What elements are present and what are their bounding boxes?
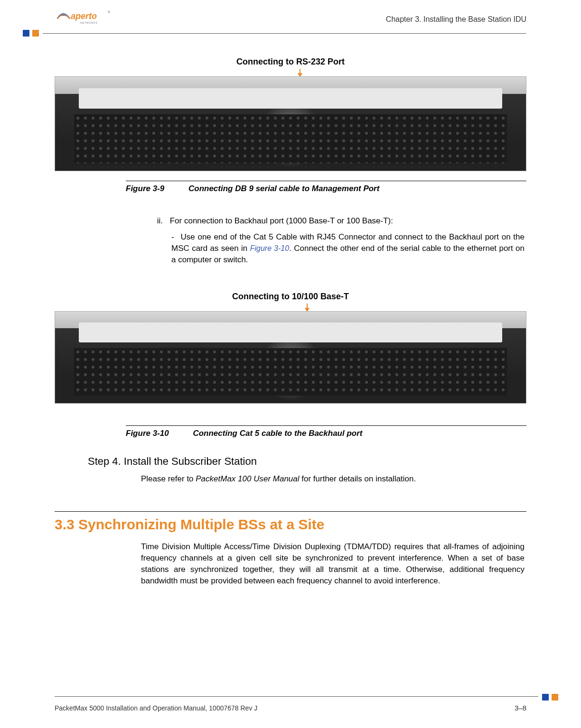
figure2-arrow: [55, 304, 526, 311]
step4-title: Step 4. Install the Subscriber Station: [88, 455, 526, 468]
figure2-caption: Figure 3-10 Connecting Cat 5 cable to th…: [126, 425, 526, 438]
footer-accent-squares: [542, 694, 558, 700]
header-accent-squares: [23, 30, 39, 37]
logo: aperto NETWORKS ®: [55, 9, 116, 26]
step-ii-dash-item: - Use one end of the Cat 5 Cable with RJ…: [171, 231, 526, 266]
step-ii: ii. For connection to Backhaul port (100…: [150, 215, 526, 266]
step-ii-roman: ii.: [150, 215, 163, 227]
figure2-label: Figure 3-10: [126, 429, 169, 438]
figure1-arrow: [55, 69, 526, 76]
section-rule: [55, 511, 526, 512]
figure-ref-link[interactable]: Figure 3-10: [250, 244, 289, 252]
figure1-label: Figure 3-9: [126, 184, 164, 193]
step-ii-lead: For connection to Backhaul port (1000 Ba…: [170, 216, 393, 225]
footer-page-number: 3–8: [515, 704, 526, 712]
figure2-title: Connecting Cat 5 cable to the Backhaul p…: [193, 429, 362, 438]
figure1-title: Connecting DB 9 serial cable to Manageme…: [188, 184, 379, 193]
figure2-photo: [55, 311, 526, 404]
logo-subtext: NETWORKS: [80, 21, 98, 24]
logo-text: aperto: [71, 11, 97, 21]
header-rule: [43, 33, 526, 34]
step4-body: Please refer to PacketMax 100 User Manua…: [141, 474, 526, 484]
figure1-callout: Connecting to RS-232 Port: [55, 57, 526, 67]
figure1-photo: [55, 76, 526, 171]
footer-left: PacketMax 5000 Installation and Operatio…: [55, 704, 257, 712]
step4: Step 4. Install the Subscriber Station P…: [88, 455, 526, 484]
chapter-header: Chapter 3. Installing the Base Station I…: [386, 15, 526, 24]
section-3-3-title: 3.3 Synchronizing Multiple BSs at a Site: [55, 516, 526, 533]
figure1-caption: Figure 3-9 Connecting DB 9 serial cable …: [126, 181, 526, 194]
figure2-callout: Connecting to 10/100 Base-T: [55, 292, 526, 302]
footer-rule: [55, 696, 538, 697]
section-3-3-body: Time Division Multiple Access/Time Divis…: [141, 541, 526, 587]
svg-text:®: ®: [108, 10, 111, 14]
